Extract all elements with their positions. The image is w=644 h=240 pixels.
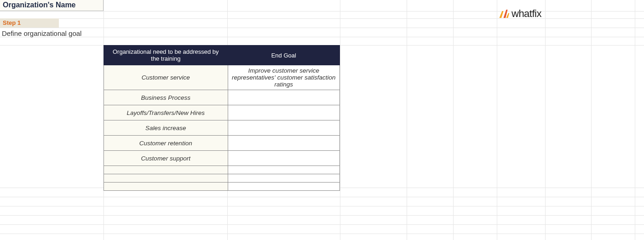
need-cell[interactable] — [104, 183, 228, 191]
goal-cell[interactable] — [228, 183, 339, 191]
table-row — [104, 166, 340, 174]
table-row — [104, 183, 340, 191]
need-cell[interactable] — [104, 174, 228, 183]
need-cell[interactable]: Layoffs/Transfers/New Hires — [104, 105, 228, 120]
section-subtitle: Define organizational goal — [2, 29, 81, 37]
table-row: Customer support — [104, 151, 340, 166]
goal-cell[interactable] — [228, 166, 339, 174]
goal-cell[interactable] — [228, 120, 339, 136]
goal-cell[interactable] — [228, 105, 339, 120]
goal-cell[interactable] — [228, 174, 339, 183]
need-cell[interactable]: Customer support — [104, 151, 228, 166]
goal-cell[interactable]: Improve customer service representatives… — [228, 65, 339, 90]
table-row — [104, 174, 340, 183]
whatfix-logo: whatfix — [499, 7, 541, 20]
need-cell[interactable]: Sales increase — [104, 120, 228, 136]
need-cell[interactable]: Customer retention — [104, 136, 228, 151]
table-header-need: Organizational need to be addressed by t… — [104, 46, 228, 65]
table-row: Business Process — [104, 90, 340, 105]
whatfix-logo-text: whatfix — [512, 8, 541, 20]
table-row: Customer retention — [104, 136, 340, 151]
need-cell[interactable] — [104, 166, 228, 174]
step-label-text: Step 1 — [3, 19, 21, 26]
step-label-cell[interactable]: Step 1 — [0, 18, 59, 28]
table-row: Customer serviceImprove customer service… — [104, 65, 340, 90]
need-cell[interactable]: Customer service — [104, 65, 228, 90]
goal-cell[interactable] — [228, 90, 339, 105]
table-header-goal: End Goal — [228, 46, 339, 65]
table-row: Layoffs/Transfers/New Hires — [104, 105, 340, 120]
whatfix-logo-icon — [499, 8, 512, 19]
goal-cell[interactable] — [228, 151, 339, 166]
need-cell[interactable]: Business Process — [104, 90, 228, 105]
goal-cell[interactable] — [228, 136, 339, 151]
training-needs-table: Organizational need to be addressed by t… — [104, 45, 340, 191]
table-row: Sales increase — [104, 120, 340, 136]
org-name-text: Organization's Name — [3, 1, 76, 9]
org-name-cell[interactable]: Organization's Name — [0, 0, 104, 11]
